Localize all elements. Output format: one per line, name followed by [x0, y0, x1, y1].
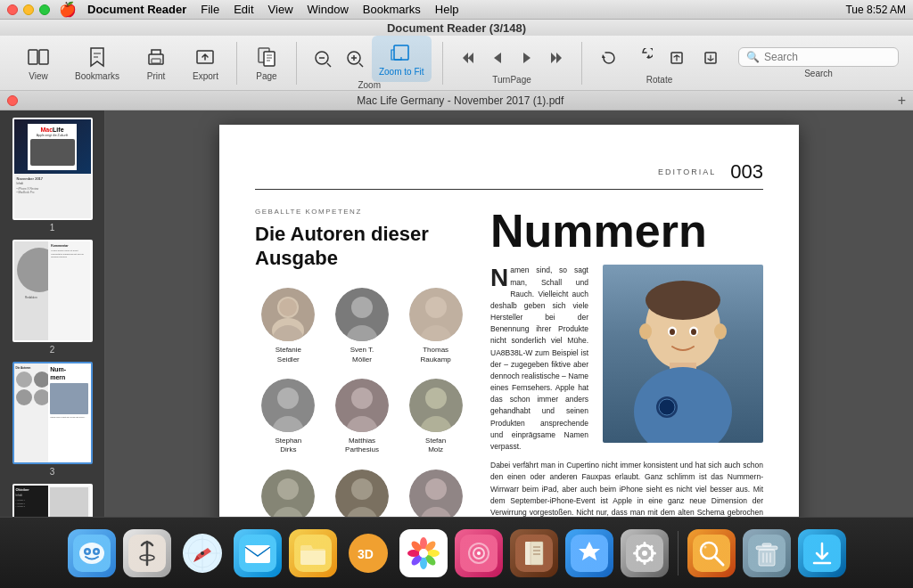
files-icon	[289, 529, 337, 577]
ibooks-icon	[510, 529, 558, 577]
next-button[interactable]	[513, 41, 541, 75]
drop-cap: N	[490, 267, 508, 289]
dock-ibooks[interactable]	[508, 527, 560, 579]
print-button[interactable]: Print	[137, 40, 175, 86]
export-icon	[193, 45, 217, 69]
svg-point-50	[95, 550, 97, 552]
dock-finder[interactable]	[66, 527, 118, 579]
author-8: Joachim Kläschen	[329, 470, 396, 517]
rotate-left-button[interactable]	[593, 41, 625, 75]
app-window: 🍎 Document Reader File Edit View Window …	[0, 0, 913, 588]
menubar-view[interactable]: View	[268, 3, 293, 16]
search-box: 🔍	[738, 47, 899, 67]
bookmarks-icon	[86, 45, 109, 69]
dock-music[interactable]	[453, 527, 505, 579]
thumbnail-4[interactable]: Oktober Inhalt • Artikel 1• Artikel 2• A…	[5, 484, 99, 517]
author-photo-6	[409, 379, 463, 432]
zoom-to-fit-label: Zoom to Fit	[379, 67, 424, 77]
svg-point-42	[714, 323, 727, 339]
3d-icon: 3D	[344, 529, 392, 577]
thumb-label-1: 1	[50, 223, 55, 233]
toolbar-print-group: Print	[132, 40, 180, 86]
close-button[interactable]	[7, 4, 18, 15]
menubar-window[interactable]: Window	[308, 3, 349, 16]
next-next-button[interactable]	[542, 41, 571, 75]
author-name-5: Matthias Parthesius	[345, 437, 379, 455]
prev-prev-button[interactable]	[454, 41, 482, 75]
zoom-to-fit-button[interactable]: Zoom to Fit	[372, 36, 432, 82]
page-button[interactable]: Page	[248, 40, 285, 86]
thumbnail-1[interactable]: MacLife Apple zeigt die Zukunft November…	[5, 118, 99, 233]
rotate-label: Rotate	[646, 75, 672, 85]
menubar-app-name[interactable]: Document Reader	[87, 3, 186, 16]
photos-icon	[399, 529, 448, 577]
next-icon	[515, 46, 539, 69]
prev-button[interactable]	[483, 41, 512, 75]
svg-rect-98	[693, 535, 730, 572]
svg-rect-105	[762, 543, 771, 546]
dock-files[interactable]	[287, 527, 339, 579]
author-3: Thomas Raukamp	[402, 288, 469, 364]
main-author-photo	[603, 265, 763, 443]
tab-close-button[interactable]	[7, 95, 18, 106]
appstore-icon	[565, 529, 613, 577]
toolbar-sep-2	[296, 42, 297, 85]
menubar-help[interactable]: Help	[435, 3, 459, 16]
menubar-edit[interactable]: Edit	[234, 3, 253, 16]
zoom-in-button[interactable]	[340, 42, 370, 76]
toolbar-sep-1	[236, 42, 237, 85]
dock-launchpad[interactable]	[121, 527, 173, 579]
dock-photos[interactable]	[398, 527, 449, 579]
svg-point-39	[670, 329, 675, 335]
rotate-up-icon	[665, 46, 688, 69]
maximize-button[interactable]	[39, 4, 50, 15]
apple-menu-icon[interactable]: 🍎	[59, 1, 77, 18]
svg-point-24	[279, 298, 297, 316]
svg-rect-82	[531, 542, 543, 565]
menubar-bookmarks[interactable]: Bookmarks	[363, 3, 421, 16]
thumbnail-3[interactable]: Die Autoren Num-	[5, 362, 99, 477]
dock-sysprefs[interactable]	[619, 527, 670, 579]
col-subtitle: GEBALLTE KOMPETENZ	[255, 208, 469, 216]
zoom-out-button[interactable]	[308, 42, 338, 76]
rotate-down-button[interactable]	[695, 41, 727, 75]
add-tab-button[interactable]: +	[898, 93, 906, 109]
dock-downloads[interactable]	[796, 527, 848, 579]
view-button[interactable]: View	[20, 40, 57, 86]
doc-viewer[interactable]: EDITORIAL 003 GEBALLTE KOMPETENZ Die Aut…	[105, 110, 913, 517]
toolbar-zoom-group: Zoom to Fit Zoom	[302, 36, 437, 90]
downloads-icon	[798, 529, 846, 577]
rotate-right-button[interactable]	[627, 41, 659, 75]
dock-finder2[interactable]	[686, 527, 737, 579]
thumb-label-3: 3	[50, 467, 55, 477]
minimize-button[interactable]	[23, 4, 34, 15]
thumb-img-4: Oktober Inhalt • Artikel 1• Artikel 2• A…	[12, 484, 93, 517]
dock-mail[interactable]	[232, 527, 284, 579]
dock-trash[interactable]	[741, 527, 793, 579]
spotlight-icon	[687, 529, 736, 577]
svg-point-29	[425, 388, 447, 409]
doc-tab-title: Mac Life Germany - November 2017 (1).pdf	[23, 94, 898, 107]
turnpage-label: TurnPage	[492, 75, 531, 85]
dock-appstore[interactable]	[563, 527, 615, 579]
dock-separator	[678, 531, 679, 576]
author-photo-5	[335, 379, 389, 432]
author-photo-1	[261, 288, 315, 341]
export-button[interactable]: Export	[185, 40, 226, 86]
svg-line-18	[359, 63, 363, 67]
dock-3d[interactable]: 3D	[342, 527, 394, 579]
search-input[interactable]	[764, 51, 891, 63]
svg-point-32	[425, 478, 447, 500]
menubar-file[interactable]: File	[201, 3, 219, 16]
rotate-up-button[interactable]	[661, 41, 693, 75]
author-name-6: Stefan Molz	[425, 437, 446, 455]
menubar: 🍎 Document Reader File Edit View Window …	[0, 0, 913, 20]
thumbnail-2[interactable]: Redaktion Kommentar Lorem ipsum dolor si…	[5, 240, 99, 355]
bookmarks-button[interactable]: Bookmarks	[68, 40, 127, 86]
author-photo-9	[409, 470, 463, 517]
svg-point-79	[477, 551, 481, 555]
dock-safari[interactable]	[177, 527, 228, 579]
toolbar: View Bookmarks	[0, 36, 913, 91]
mail-icon	[234, 529, 282, 577]
next-next-icon	[545, 46, 568, 69]
